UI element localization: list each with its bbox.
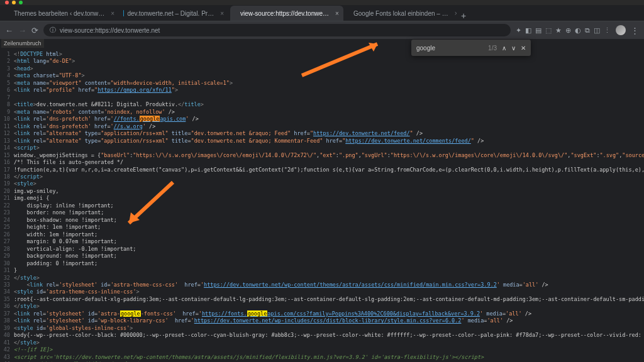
new-tab-button[interactable]: + — [457, 11, 470, 21]
tab-label: dev.tonwerte.net – Digital. Pr… — [128, 10, 214, 17]
line-code[interactable]: <style id='astra-theme-css-inline-css'> — [14, 288, 644, 295]
line-code[interactable]: <link rel='stylesheet' id='astra-google-… — [14, 310, 644, 317]
annotation-arrow — [296, 38, 396, 82]
find-next-icon[interactable]: ∨ — [511, 45, 516, 52]
line-number: 23 — [0, 209, 14, 216]
line-code[interactable]: height: 1em !important; — [14, 224, 644, 231]
line-number: 18 — [0, 173, 14, 180]
line-code[interactable]: body{--wp--preset--color--black: #000000… — [14, 332, 644, 339]
line-code[interactable]: :root{--ast-container-default-xlg-paddin… — [14, 296, 644, 303]
line-code[interactable]: /*! This file is auto-generated */ — [14, 159, 644, 166]
browser-tab[interactable]: Themes bearbeiten ‹ dev.tonw…× — [4, 6, 117, 21]
tab-close-icon[interactable]: × — [455, 10, 457, 17]
source-line: 30 padding: 0 !important; — [0, 260, 644, 267]
find-query[interactable]: google — [416, 45, 435, 52]
source-line: 22 display: inline !important; — [0, 202, 644, 209]
line-code[interactable]: window._wpemojiSettings = {"baseUrl":"ht… — [14, 152, 644, 159]
find-prev-icon[interactable]: ∧ — [502, 45, 506, 52]
line-code[interactable]: <link rel='stylesheet' id='wp-block-libr… — [14, 317, 644, 324]
line-number: 36 — [0, 303, 14, 310]
line-code[interactable]: background: none !important; — [14, 253, 644, 260]
line-number: 43 — [0, 354, 14, 361]
source-line: 27 margin: 0 0.07em !important; — [0, 238, 644, 245]
line-code[interactable]: margin: 0 0.07em !important; — [14, 238, 644, 245]
close-window-dot[interactable] — [5, 1, 9, 4]
line-code[interactable]: <style> — [14, 180, 644, 187]
source-line: 31} — [0, 267, 644, 274]
profile-avatar[interactable] — [616, 25, 626, 35]
line-code[interactable]: <script src='https://dev.tonwerte.net/wp… — [14, 354, 644, 361]
browser-tab[interactable]: view-source:https://dev.tonwe…× — [230, 6, 343, 21]
source-line: 19<style> — [0, 180, 644, 187]
ext-icon[interactable]: ◐ — [575, 26, 581, 35]
line-code[interactable]: <style id='global-styles-inline-css'> — [14, 325, 644, 332]
line-code[interactable]: </style> — [14, 339, 644, 346]
window-titlebar — [0, 0, 644, 5]
line-code[interactable]: img.emoji { — [14, 195, 644, 202]
line-code[interactable]: <link rel="alternate" type="application/… — [14, 130, 644, 137]
line-code[interactable]: <title>dev.tonwerte.net &#8211; Digital.… — [14, 101, 644, 108]
browser-tab[interactable]: Google Fonts lokal einbinden – …× — [343, 6, 457, 21]
line-number: 1 — [0, 51, 14, 58]
browser-tab[interactable]: dev.tonwerte.net – Digital. Pr…× — [117, 6, 230, 21]
url-bar[interactable]: ⓘ view-source:https://dev.tonwerte.net — [43, 24, 511, 36]
line-code[interactable]: </style> — [14, 275, 644, 282]
line-code[interactable]: <link rel='dns-prefetch' href='//s.w.org… — [14, 123, 644, 130]
back-icon[interactable]: ← — [5, 26, 13, 35]
ext-icon[interactable]: ◧ — [525, 26, 531, 35]
site-info-icon[interactable]: ⓘ — [50, 26, 56, 35]
find-count: 1/3 — [488, 45, 497, 52]
line-code[interactable]: vertical-align: -0.1em !important; — [14, 246, 644, 253]
line-code[interactable]: <link rel="alternate" type="application/… — [14, 138, 644, 145]
find-in-page-bar[interactable]: google 1/3 ∧ ∨ ✕ — [411, 40, 531, 56]
source-line: 14<script> — [0, 145, 644, 151]
line-number: 38 — [0, 317, 14, 324]
line-number: 35 — [0, 296, 14, 303]
tab-close-icon[interactable]: × — [220, 10, 224, 17]
tab-label: view-source:https://dev.tonwe… — [240, 10, 329, 17]
line-code[interactable]: <meta name='robots' content='noindex, no… — [14, 109, 644, 116]
ext-icon[interactable]: ⋮ — [604, 26, 611, 35]
minimize-window-dot[interactable] — [12, 1, 16, 4]
line-code[interactable]: </style> — [14, 303, 644, 310]
linewrap-checkbox-label[interactable]: Zeilenumbruch — [1, 39, 44, 48]
line-code[interactable]: } — [14, 267, 644, 274]
line-code[interactable]: width: 1em !important; — [14, 231, 644, 238]
ext-icon[interactable]: ⧉ — [585, 26, 590, 35]
line-code[interactable]: img.wp-smiley, — [14, 188, 644, 195]
tab-close-icon[interactable]: × — [111, 10, 114, 17]
line-code[interactable]: box-shadow: none !important; — [14, 217, 644, 224]
line-code[interactable]: <!--[if IE]> — [14, 346, 644, 353]
ext-icon[interactable]: ★ — [555, 26, 562, 35]
svg-line-0 — [302, 44, 377, 75]
forward-icon[interactable]: → — [18, 26, 26, 35]
line-code[interactable]: display: inline !important; — [14, 202, 644, 209]
reload-icon[interactable]: ⟳ — [31, 26, 38, 35]
line-code[interactable]: <link rel='stylesheet' id='astra-theme-c… — [14, 282, 644, 288]
source-code-view: 1<!DOCTYPE html>2<html lang="de-DE">3<he… — [0, 48, 644, 362]
line-code[interactable]: !function(e,a,t){var n,r,o,i=a.createEle… — [14, 167, 644, 173]
ext-icon[interactable]: ⬚ — [545, 26, 552, 35]
line-number: 2 — [0, 58, 14, 65]
line-number: 9 — [0, 109, 14, 116]
line-number: 37 — [0, 310, 14, 317]
browser-toolbar: ← → ⟳ ⓘ view-source:https://dev.tonwerte… — [0, 21, 644, 39]
line-code[interactable]: <script> — [14, 145, 644, 151]
ext-icon[interactable]: ⊕ — [565, 26, 571, 35]
line-number: 4 — [0, 72, 14, 79]
maximize-window-dot[interactable] — [19, 1, 23, 4]
tab-label: Themes bearbeiten ‹ dev.tonw… — [14, 10, 104, 17]
extension-icons: ✦ ◧ ▤ ⬚ ★ ⊕ ◐ ⧉ ◫ ⋮ — [516, 26, 611, 35]
line-code[interactable]: padding: 0 !important; — [14, 260, 644, 267]
line-code[interactable]: </script> — [14, 173, 644, 180]
ext-icon[interactable]: ▤ — [535, 26, 541, 35]
find-close-icon[interactable]: ✕ — [521, 45, 526, 52]
line-code[interactable]: <link rel='dns-prefetch' href='//fonts.g… — [14, 116, 644, 123]
line-code[interactable] — [14, 94, 644, 101]
ext-icon[interactable]: ◫ — [594, 26, 600, 35]
menu-icon[interactable]: ⋮ — [631, 26, 639, 35]
ext-icon[interactable]: ✦ — [516, 26, 521, 35]
line-code[interactable]: border: none !important; — [14, 209, 644, 216]
tab-close-icon[interactable]: × — [335, 10, 339, 17]
line-code[interactable]: <link rel="profile" href="https://gmpg.o… — [14, 87, 644, 94]
